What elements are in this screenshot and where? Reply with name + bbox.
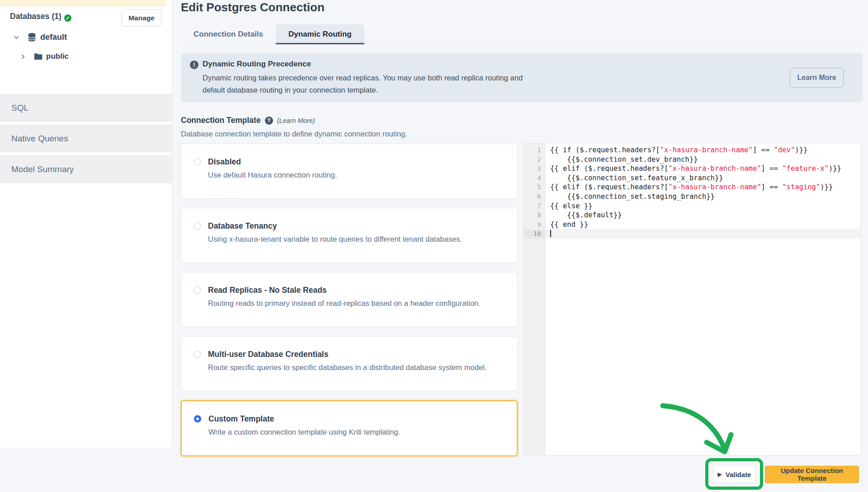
line-number: 1 xyxy=(524,145,546,155)
validate-label: Validate xyxy=(726,471,751,478)
sidebar-item-model-summary[interactable]: Model Summary xyxy=(0,155,172,183)
option-label: Custom Template xyxy=(208,414,274,424)
section-title: Connection Template xyxy=(181,116,261,125)
line-number: 8 xyxy=(524,211,546,220)
status-check-icon: ✓ xyxy=(64,14,71,22)
option-description: Using x-hasura-tenant variable to route … xyxy=(208,235,462,244)
update-connection-template-button[interactable]: Update Connection Template xyxy=(765,466,859,483)
section-subtitle: Database connection template to define d… xyxy=(181,130,407,138)
radio-database-tenancy[interactable] xyxy=(193,222,201,230)
precedence-banner: ! Dynamic Routing Precedence Dynamic rou… xyxy=(181,53,863,102)
databases-heading: Databases (1)✓ xyxy=(10,12,71,22)
code-line[interactable]: 5{{ elif ($.request.headers?["x-hasura-b… xyxy=(524,183,860,192)
line-number: 2 xyxy=(524,155,546,164)
radio-read-replicas[interactable] xyxy=(193,286,201,294)
option-custom-template[interactable]: Custom Template Write a custom connectio… xyxy=(181,400,518,456)
radio-disabled[interactable] xyxy=(193,158,201,165)
line-number: 7 xyxy=(524,201,546,211)
code-line[interactable]: 10 xyxy=(524,229,860,239)
folder-icon xyxy=(33,52,42,61)
play-icon: ▶ xyxy=(718,471,722,478)
code-line[interactable]: 4 {{$.connection_set.feature_x_branch}} xyxy=(524,173,860,183)
line-number: 10 xyxy=(524,229,546,239)
chevron-right-icon[interactable] xyxy=(20,54,26,60)
option-description: Routing reads to primary instead of read… xyxy=(208,299,481,308)
radio-custom-template[interactable] xyxy=(194,415,201,422)
section-learn-more-link[interactable]: (Learn More) xyxy=(277,117,315,124)
sidebar: Databases (1)✓ Manage default public SQL… xyxy=(0,0,172,448)
tab-connection-details[interactable]: Connection Details xyxy=(181,24,276,44)
sidebar-item-native-queries[interactable]: Native Queries xyxy=(0,125,172,152)
banner-body: Dynamic routing takes precedence over re… xyxy=(203,72,539,96)
database-icon xyxy=(27,33,37,42)
option-label: Disabled xyxy=(208,157,241,167)
tree-label-public: public xyxy=(46,52,69,61)
option-label: Database Tenancy xyxy=(208,221,277,231)
code-line[interactable]: 3{{ elif ($.request.headers?["x-hasura-b… xyxy=(524,164,860,173)
option-multi-user[interactable]: Multi-user Database Credentials Route sp… xyxy=(181,336,518,391)
option-description: Route specific queries to specific datab… xyxy=(208,363,486,372)
line-number: 3 xyxy=(524,164,546,173)
validate-button[interactable]: ▶ Validate xyxy=(713,466,755,483)
tree-label-default: default xyxy=(40,33,67,42)
databases-label: Databases (1) xyxy=(10,12,61,21)
sidebar-item-sql[interactable]: SQL xyxy=(0,94,172,122)
tabs: Connection Details Dynamic Routing xyxy=(181,24,863,45)
code-editor-lines: 1{{ if ($.request.headers?["x-hasura-bra… xyxy=(524,145,860,239)
code-editor[interactable]: 1{{ if ($.request.headers?["x-hasura-bra… xyxy=(523,143,861,455)
radio-multi-user[interactable] xyxy=(193,351,201,358)
option-label: Multi-user Database Credentials xyxy=(208,350,328,359)
connection-template-heading: Connection Template ? (Learn More) xyxy=(181,116,315,125)
code-line[interactable]: 2 {{$.connection_set.dev_branch}} xyxy=(524,155,860,164)
banner-title: Dynamic Routing Precedence xyxy=(203,60,311,69)
info-icon: ! xyxy=(190,61,198,69)
tab-dynamic-routing[interactable]: Dynamic Routing xyxy=(276,24,364,44)
help-icon[interactable]: ? xyxy=(265,117,273,125)
manage-button[interactable]: Manage xyxy=(122,9,161,26)
text-cursor xyxy=(550,230,551,237)
line-number: 5 xyxy=(524,183,546,192)
line-number: 6 xyxy=(524,192,546,201)
option-database-tenancy[interactable]: Database Tenancy Using x-hasura-tenant v… xyxy=(181,208,518,263)
chevron-down-icon[interactable] xyxy=(14,34,20,40)
code-line[interactable]: 1{{ if ($.request.headers?["x-hasura-bra… xyxy=(524,145,860,155)
code-line[interactable]: 8 {{$.default}} xyxy=(524,211,860,220)
learn-more-button[interactable]: Learn More xyxy=(790,68,844,88)
code-line[interactable]: 9{{ end }} xyxy=(524,220,860,230)
tree-item-public[interactable]: public xyxy=(20,52,69,61)
option-label: Read Replicas - No Stale Reads xyxy=(208,286,327,295)
option-disabled[interactable]: Disabled Use default Hasura connection r… xyxy=(181,144,518,199)
code-line[interactable]: 7{{ else }} xyxy=(524,201,860,211)
line-number: 4 xyxy=(524,173,546,183)
option-description: Write a custom connection template using… xyxy=(208,428,400,436)
option-description: Use default Hasura connection routing. xyxy=(208,171,337,179)
option-read-replicas[interactable]: Read Replicas - No Stale Reads Routing r… xyxy=(181,272,518,327)
line-number: 9 xyxy=(524,220,546,230)
page-title: Edit Postgres Connection xyxy=(181,0,325,14)
sidebar-highlight-strip xyxy=(0,0,166,6)
tree-item-default[interactable]: default xyxy=(14,33,67,42)
code-line[interactable]: 6 {{$.connection_set.staging_branch}} xyxy=(524,192,860,201)
